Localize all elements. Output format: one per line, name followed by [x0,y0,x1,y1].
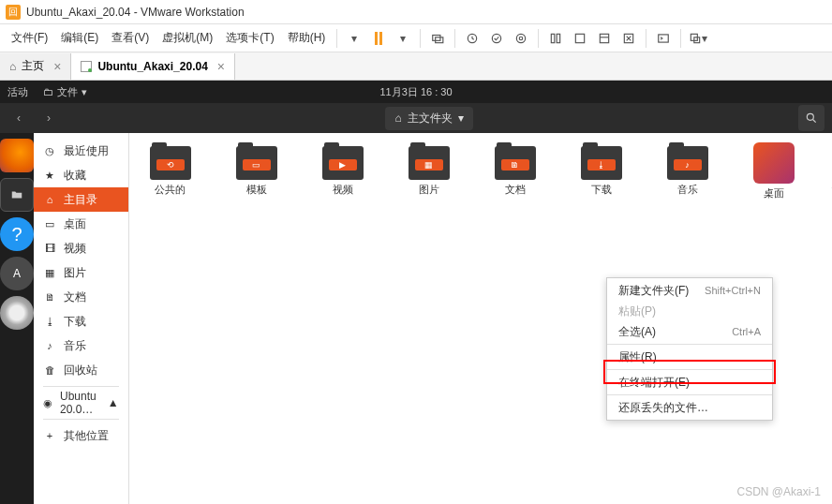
separator [607,369,772,370]
tab-home[interactable]: ⌂ 主页 × [0,53,71,80]
folder-videos[interactable]: ▶视频 [315,142,371,225]
ctx-select-all[interactable]: 全选(A)Ctrl+A [607,321,772,342]
svg-rect-9 [601,34,609,42]
fullscreen-button[interactable] [617,27,640,50]
menu-help[interactable]: 帮助(H) [282,26,332,50]
window-titlebar: 回 Ubuntu_Akaxi_20.04 - VMware Workstatio… [0,0,832,24]
datetime-indicator[interactable]: 11月3日 16 : 30 [379,85,452,99]
files-icon [10,188,23,201]
snapshot-button[interactable] [426,27,449,50]
nav-back-button[interactable]: ‹ [7,107,30,129]
svg-rect-7 [557,34,560,42]
dock-firefox[interactable] [0,139,34,172]
dock-files[interactable] [0,178,34,212]
sidebar-other[interactable]: +其他位置 [34,423,128,448]
stop-button[interactable]: ▾ [392,27,414,50]
tab-bar: ⌂ 主页 × Ubuntu_Akaxi_20.04 × [0,52,832,81]
sidebar-item-label: 下载 [64,314,86,330]
sidebar-desktop[interactable]: ▭桌面 [34,212,128,236]
eject-icon[interactable]: ▲ [108,396,119,409]
dock-help[interactable]: ? [0,217,34,251]
menu-edit[interactable]: 编辑(E) [55,26,104,50]
breadcrumb-home[interactable]: ⌂ 主文件夹 ▾ [385,107,472,130]
activities-button[interactable]: 活动 [7,85,28,99]
clock-icon: ◷ [43,145,56,157]
menu-vm[interactable]: 虚拟机(M) [156,26,218,50]
separator [680,29,681,48]
sidebar-downloads[interactable]: ⭳下载 [34,309,128,334]
snapshot-manager-button[interactable] [461,27,483,50]
sidebar-item-label: 收藏 [64,168,86,184]
folder-public[interactable]: ⟲公共的 [142,142,199,225]
folder-documents[interactable]: 🗎文档 [487,142,543,225]
folder-icon: 🗀 [43,86,53,97]
context-menu: 新建文件夹(F)Shift+Ctrl+N 粘贴(P) 全选(A)Ctrl+A 属… [606,277,773,421]
window-title: Ubuntu_Akaxi_20.04 - VMware Workstation [26,6,245,19]
location-bar: ‹ › ⌂ 主文件夹 ▾ [0,103,832,133]
sidebar-home[interactable]: ⌂主目录 [34,187,128,212]
sidebar-starred[interactable]: ★收藏 [34,163,128,187]
vmware-logo-icon: 回 [6,5,21,20]
layout-3-button[interactable] [593,27,616,50]
ctx-open-terminal[interactable]: 在终端打开(E) [607,372,772,393]
folder-pictures[interactable]: ▦图片 [401,142,457,225]
files-app-indicator[interactable]: 🗀 文件 ▾ [37,83,93,101]
plus-icon: + [43,430,56,441]
menu-file[interactable]: 文件(F) [6,26,53,50]
tab-vm[interactable]: Ubuntu_Akaxi_20.04 × [71,53,235,80]
folder-downloads[interactable]: ⭳下载 [573,142,630,225]
sidebar-item-label: 图片 [64,265,86,281]
sidebar-trash[interactable]: 🗑回收站 [34,358,128,382]
picture-icon: ▦ [43,267,56,279]
sidebar-disk[interactable]: ◉Ubuntu 20.0…▲ [34,391,128,415]
separator [538,29,539,48]
sidebar-pictures[interactable]: ▦图片 [34,260,128,285]
download-icon: ⭳ [43,316,56,327]
layout-2-button[interactable] [569,27,591,50]
document-icon: 🗎 [43,291,56,303]
sidebar-item-label: 文档 [64,289,86,305]
sidebar-item-label: 其他位置 [64,428,109,444]
revert-snapshot-button[interactable] [485,27,508,50]
sidebar-item-label: 最近使用 [64,143,109,159]
sidebar-videos[interactable]: 🎞视频 [34,236,128,260]
vm-icon [81,61,92,72]
folder-desktop[interactable]: 桌面 [746,142,802,225]
close-icon[interactable]: × [53,59,61,74]
star-icon: ★ [43,170,56,182]
home-icon: ⌂ [9,60,16,73]
menu-view[interactable]: 查看(V) [106,26,155,50]
sidebar-music[interactable]: ♪音乐 [34,334,128,358]
dock-dvd[interactable] [0,296,34,330]
search-button[interactable] [798,105,825,131]
menu-tabs[interactable]: 选项卡(T) [220,26,279,50]
unity-button[interactable]: ▾ [687,27,709,50]
desktop-icon: ▭ [43,218,56,230]
files-label: 文件 [57,85,78,99]
layout-1-button[interactable] [544,27,567,50]
take-snapshot-button[interactable] [510,27,532,50]
search-icon [805,111,818,125]
svg-point-4 [517,34,526,42]
play-dropdown-button[interactable]: ▾ [343,27,365,50]
svg-point-14 [807,113,813,120]
sidebar-documents[interactable]: 🗎文档 [34,285,128,309]
svg-rect-8 [576,34,585,42]
folder-music[interactable]: ♪音乐 [660,142,716,225]
sidebar-item-label: 主目录 [64,192,97,208]
sidebar-item-label: 回收站 [64,363,97,378]
console-button[interactable] [652,27,675,50]
nav-forward-button[interactable]: › [37,107,60,129]
sidebar-item-label: 音乐 [64,338,86,354]
separator [43,386,119,387]
sidebar-recent[interactable]: ◷最近使用 [34,139,128,163]
pause-button[interactable] [367,27,390,50]
sidebar-item-label: Ubuntu 20.0… [60,390,100,416]
svg-point-3 [493,34,501,42]
ctx-new-folder[interactable]: 新建文件夹(F)Shift+Ctrl+N [607,280,772,301]
ctx-properties[interactable]: 属性(R) [607,347,772,367]
ctx-restore-files[interactable]: 还原丢失的文件… [607,397,772,418]
close-icon[interactable]: × [217,59,225,74]
folder-templates[interactable]: ▭模板 [229,142,285,225]
dock-software-updater[interactable]: A [0,257,34,290]
